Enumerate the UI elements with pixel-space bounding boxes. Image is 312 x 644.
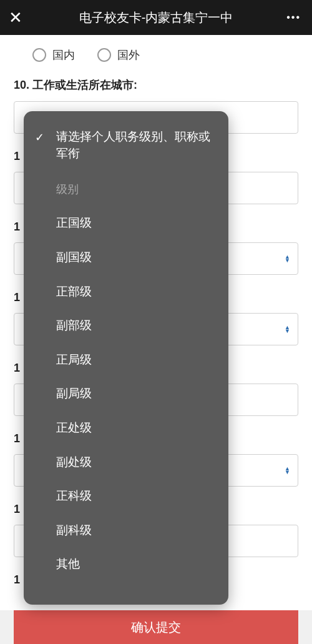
dropdown-option[interactable]: 正部级 <box>24 275 228 309</box>
radio-domestic[interactable]: 国内 <box>32 47 75 62</box>
select-arrows-icon: ▲▼ <box>285 325 290 333</box>
dropdown-group-label: 级别 <box>24 173 228 206</box>
radio-foreign[interactable]: 国外 <box>97 47 140 62</box>
app-header: ✕ 电子校友卡-内蒙古集宁一中 ••• <box>0 0 312 35</box>
dropdown-option[interactable]: 副科级 <box>24 513 228 548</box>
dropdown-option[interactable]: 副部级 <box>24 309 228 343</box>
dropdown-option[interactable]: 正国级 <box>24 206 228 240</box>
dropdown-option[interactable]: 其他 <box>24 547 228 582</box>
dropdown-option[interactable]: 副国级 <box>24 240 228 275</box>
dropdown-option[interactable]: 副处级 <box>24 445 228 480</box>
select-arrows-icon: ▲▼ <box>285 467 290 474</box>
submit-label: 确认提交 <box>131 619 181 636</box>
dropdown-option[interactable]: 正局级 <box>24 343 228 377</box>
dropdown-option[interactable]: 正科级 <box>24 479 228 513</box>
page-title: 电子校友卡-内蒙古集宁一中 <box>79 9 233 26</box>
location-radio-group: 国内 国外 <box>32 47 298 62</box>
radio-circle-icon <box>97 48 111 62</box>
submit-button[interactable]: 确认提交 <box>14 610 298 644</box>
radio-circle-icon <box>32 48 46 62</box>
select-arrows-icon: ▲▼ <box>285 255 290 262</box>
radio-label: 国外 <box>117 47 140 62</box>
dropdown-option[interactable]: 副局级 <box>24 377 228 411</box>
more-icon[interactable]: ••• <box>286 12 301 23</box>
close-icon[interactable]: ✕ <box>9 8 27 27</box>
radio-label: 国内 <box>52 47 75 62</box>
question-10-label: 10. 工作或生活所在城市: <box>14 77 298 92</box>
rank-dropdown: 请选择个人职务级别、职称或军衔 级别 正国级 副国级 正部级 副部级 正局级 副… <box>24 111 228 605</box>
dropdown-option[interactable]: 正处级 <box>24 411 228 445</box>
dropdown-header-option[interactable]: 请选择个人职务级别、职称或军衔 <box>24 120 228 173</box>
